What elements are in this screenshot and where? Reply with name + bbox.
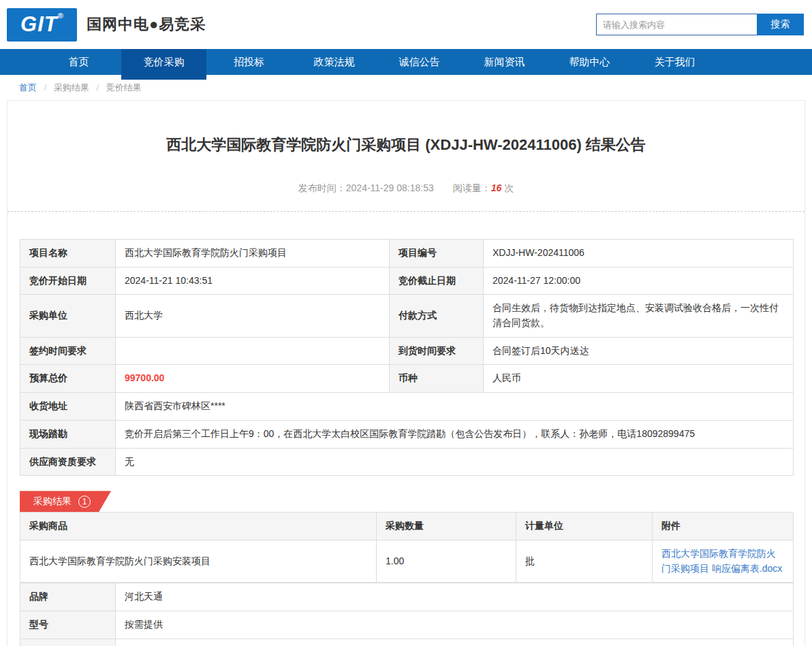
brand-name: 国网中电●易竞采 [87,14,206,35]
views-count: 16 [491,182,502,193]
table-row: 供应商资质要求 无 [20,448,794,476]
budget-total-value: 99700.00 [116,365,390,393]
field-value: 西北大学国际教育学院防火门采购项目 [116,240,390,268]
field-value: 无 [116,448,794,476]
nav-item-integrity-notices[interactable]: 诚信公告 [377,49,462,75]
breadcrumb-separator: / [97,82,99,93]
project-info-table: 项目名称 西北大学国际教育学院防火门采购项目 项目编号 XDJJ-HW-2024… [20,239,794,476]
table-row: 项目名称 西北大学国际教育学院防火门采购项目 项目编号 XDJJ-HW-2024… [20,240,794,268]
table-row: 成交总价 47400.00 元 [20,639,794,646]
site-logo[interactable]: GIT ® [7,8,77,42]
field-label: 成交总价 [20,639,116,646]
purchase-result-section: 采购结果 1 采购商品 采购数量 计量单位 附件 西北大学国际教育学院防火门采购… [7,491,805,646]
main-nav: 首页 竞价采购 招投标 政策法规 诚信公告 新闻资讯 帮助中心 关于我们 [0,49,812,75]
attachment-link[interactable]: 西北大学国际教育学院防火门采购项目 响应偏离表.docx [661,548,782,574]
field-label: 竞价开始日期 [20,267,116,295]
field-value [116,337,390,365]
table-row: 预算总价 99700.00 币种 人民币 [20,365,794,393]
search-area: 搜索 [596,14,804,35]
field-label: 供应商资质要求 [20,448,116,476]
unit-cell: 批 [516,540,653,582]
field-value: XDJJ-HW-202411006 [484,240,794,268]
column-header-unit: 计量单位 [516,513,653,540]
result-detail-table: 品牌 河北天通 型号 按需提供 成交总价 47400.00 元 成交供应商 陕西… [20,583,794,646]
field-value: 人民币 [484,365,794,393]
page-title: 西北大学国际教育学院防火门采购项目 (XDJJ-HW-202411006) 结果… [48,135,764,155]
field-label: 型号 [20,611,116,639]
attachment-cell: 西北大学国际教育学院防火门采购项目 响应偏离表.docx [653,540,794,582]
field-label: 采购单位 [20,295,116,337]
table-row: 采购单位 西北大学 付款方式 合同生效后，待货物到达指定地点、安装调试验收合格后… [20,295,794,337]
field-value: 2024-11-27 12:00:00 [484,267,794,295]
nav-item-home[interactable]: 首页 [36,49,121,75]
field-label: 收货地址 [20,393,116,421]
article-meta: 发布时间：2024-11-29 08:18:53阅读量：16 次 [7,182,805,195]
table-row: 签约时间要求 到货时间要求 合同签订后10天内送达 [20,337,794,365]
field-value: 竞价开启后第三个工作日上午9：00，在西北大学太白校区国际教育学院踏勘（包含公告… [116,420,794,448]
ribbon-label: 采购结果 [33,496,72,508]
nav-item-help-center[interactable]: 帮助中心 [547,49,632,75]
deal-total-price-value: 47400.00 元 [116,639,794,646]
field-value: 2024-11-21 10:43:51 [116,267,390,295]
field-label: 币种 [390,365,484,393]
breadcrumb-current: 竞价结果 [106,82,142,93]
breadcrumb-purchase-results[interactable]: 采购结果 [54,82,89,93]
top-header: GIT ® 国网中电●易竞采 搜索 [0,0,812,49]
column-header-product: 采购商品 [20,513,377,540]
registered-trademark-icon: ® [58,12,63,20]
field-value: 西北大学 [116,295,390,337]
breadcrumb-home[interactable]: 首页 [19,82,37,93]
logo-text: GIT [20,8,58,40]
purchase-result-ribbon: 采购结果 1 [20,491,111,512]
table-row: 西北大学国际教育学院防火门采购安装项目 1.00 批 西北大学国际教育学院防火门… [20,540,794,582]
field-value: 合同生效后，待货物到达指定地点、安装调试验收合格后，一次性付清合同货款。 [484,295,794,337]
field-label: 签约时间要求 [20,337,116,365]
field-label: 项目编号 [390,240,484,268]
field-label: 到货时间要求 [390,337,484,365]
product-name-cell: 西北大学国际教育学院防火门采购安装项目 [20,540,377,582]
announcement-card: 西北大学国际教育学院防火门采购项目 (XDJJ-HW-202411006) 结果… [7,100,805,646]
field-label: 现场踏勘 [20,420,116,448]
field-label: 付款方式 [390,295,484,337]
breadcrumb-separator: / [44,82,47,93]
publish-time-value: 2024-11-29 08:18:53 [346,182,434,193]
field-label: 品牌 [20,583,116,611]
nav-item-news[interactable]: 新闻资讯 [462,49,547,75]
dashed-divider [7,211,805,212]
publish-time-label: 发布时间： [298,182,346,193]
table-row: 现场踏勘 竞价开启后第三个工作日上午9：00，在西北大学太白校区国际教育学院踏勘… [20,420,794,448]
table-row: 品牌 河北天通 [20,583,794,611]
field-value: 合同签订后10天内送达 [484,337,794,365]
views-label: 阅读量： [453,182,491,193]
field-label: 竞价截止日期 [390,267,484,295]
field-label: 预算总价 [20,365,116,393]
table-row: 收货地址 陕西省西安市碑林区**** [20,393,794,421]
table-header-row: 采购商品 采购数量 计量单位 附件 [20,513,794,540]
quantity-cell: 1.00 [377,540,516,582]
table-row: 竞价开始日期 2024-11-21 10:43:51 竞价截止日期 2024-1… [20,267,794,295]
search-input[interactable] [596,14,757,35]
purchase-result-table: 采购商品 采购数量 计量单位 附件 西北大学国际教育学院防火门采购安装项目 1.… [20,512,794,583]
brand-value: 河北天通 [116,583,794,611]
table-row: 型号 按需提供 [20,611,794,639]
field-label: 项目名称 [20,240,116,268]
nav-item-about-us[interactable]: 关于我们 [632,49,717,75]
result-count-badge: 1 [78,496,91,508]
field-value: 陕西省西安市碑林区**** [116,393,794,421]
views-unit: 次 [504,182,514,193]
search-button[interactable]: 搜索 [757,14,804,35]
nav-item-tendering[interactable]: 招投标 [206,49,292,75]
model-value: 按需提供 [116,611,794,639]
nav-item-bidding-procurement[interactable]: 竞价采购 [121,49,206,80]
nav-item-policies[interactable]: 政策法规 [292,49,377,75]
column-header-attachment: 附件 [653,513,794,540]
column-header-quantity: 采购数量 [377,513,516,540]
